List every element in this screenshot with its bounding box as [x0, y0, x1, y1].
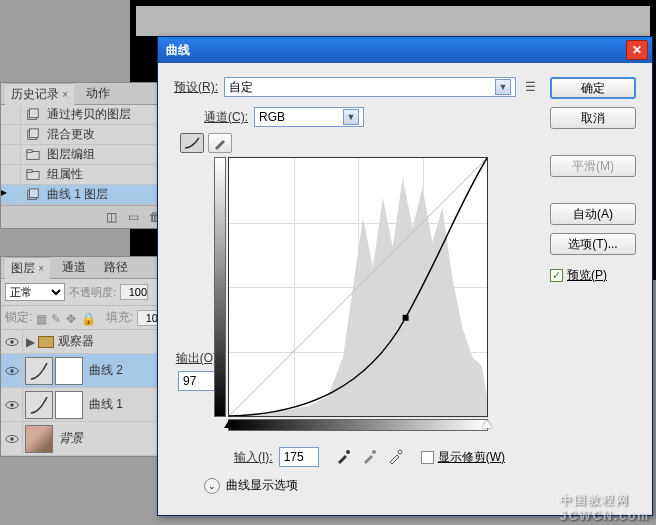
auto-button[interactable]: 自动(A) [550, 203, 636, 225]
dialog-titlebar[interactable]: 曲线 ✕ [158, 37, 652, 63]
lock-paint-icon[interactable]: ✎ [51, 312, 63, 324]
white-eyedropper-icon[interactable] [387, 449, 403, 465]
options-button[interactable]: 选项(T)... [550, 233, 636, 255]
curve-point-tool[interactable] [180, 133, 204, 153]
lock-all-icon[interactable]: 🔒 [81, 312, 93, 324]
layer-icon [21, 108, 45, 122]
lock-transparency-icon[interactable]: ▦ [36, 312, 48, 324]
history-item[interactable]: 通过拷贝的图层 [1, 105, 169, 125]
svg-rect-7 [27, 169, 32, 172]
snapshot-icon[interactable]: ◫ [103, 209, 119, 225]
preset-label: 预设(R): [174, 79, 218, 96]
expand-arrow-icon[interactable]: ▶ [23, 335, 38, 349]
channel-select[interactable]: RGB ▼ [254, 107, 364, 127]
blend-mode-select[interactable]: 正常 [5, 283, 65, 301]
close-button[interactable]: ✕ [626, 40, 648, 60]
history-panel: 历史记录 × 动作 通过拷贝的图层 混合更改 图层编组 组属性 ▸ 曲线 1 图… [0, 82, 170, 229]
show-clipping-checkbox[interactable] [421, 451, 434, 464]
white-point-slider[interactable] [482, 420, 492, 428]
layer-row[interactable]: 背景 [1, 422, 169, 456]
mask-thumb[interactable] [55, 357, 83, 385]
new-doc-icon[interactable]: ▭ [125, 209, 141, 225]
layers-panel: 图层 × 通道 路径 正常 不透明度: 锁定: ▦ ✎ ✥ 🔒 填充: ▶ 观察… [0, 256, 170, 457]
dialog-title: 曲线 [162, 42, 626, 59]
expand-options-icon[interactable]: ⌄ [204, 478, 220, 494]
svg-point-11 [10, 340, 14, 344]
layer-group[interactable]: ▶ 观察器 [1, 330, 169, 354]
baseline [229, 158, 487, 416]
image-thumb[interactable] [25, 425, 53, 453]
watermark: 中国教程网 JCWCN.com [560, 492, 650, 523]
input-gradient [228, 419, 488, 431]
lock-move-icon[interactable]: ✥ [66, 312, 78, 324]
adjustment-thumb[interactable] [25, 357, 53, 385]
history-item[interactable]: 图层编组 [1, 145, 169, 165]
opacity-input[interactable] [120, 284, 148, 300]
layer-icon [21, 128, 45, 142]
tab-paths[interactable]: 路径 [98, 257, 134, 278]
input-input[interactable] [279, 447, 319, 467]
folder-icon [21, 168, 45, 182]
smooth-button: 平滑(M) [550, 155, 636, 177]
channel-label: 通道(C): [204, 109, 248, 126]
curve-control-point[interactable] [403, 315, 409, 321]
preview-label: 预览(P) [567, 267, 607, 284]
black-point-slider[interactable] [224, 420, 234, 428]
visibility-icon[interactable] [5, 366, 19, 376]
visibility-icon[interactable] [5, 400, 19, 410]
dropdown-arrow-icon: ▼ [343, 109, 359, 125]
adjustment-thumb[interactable] [25, 391, 53, 419]
svg-point-17 [10, 437, 14, 441]
svg-point-19 [346, 450, 350, 454]
mask-thumb[interactable] [55, 391, 83, 419]
ok-button[interactable]: 确定 [550, 77, 636, 99]
svg-rect-3 [30, 128, 39, 137]
svg-point-20 [372, 450, 376, 454]
layer-icon [21, 188, 45, 202]
curve-display-options-label: 曲线显示选项 [226, 477, 298, 494]
svg-rect-9 [30, 188, 39, 197]
layer-row[interactable]: 曲线 2 [1, 354, 169, 388]
dropdown-arrow-icon: ▼ [495, 79, 511, 95]
preset-menu-icon[interactable]: ☰ [522, 80, 538, 94]
fill-label: 填充: [106, 309, 133, 326]
black-eyedropper-icon[interactable] [335, 449, 351, 465]
tab-channels[interactable]: 通道 [56, 257, 92, 278]
cancel-button[interactable]: 取消 [550, 107, 636, 129]
history-item[interactable]: 组属性 [1, 165, 169, 185]
svg-point-21 [398, 450, 402, 454]
output-gradient [214, 157, 226, 417]
opacity-label: 不透明度: [69, 285, 116, 300]
show-clipping-label: 显示修剪(W) [438, 449, 505, 466]
curve-pencil-tool[interactable] [208, 133, 232, 153]
layer-row[interactable]: 曲线 1 [1, 388, 169, 422]
preview-checkbox[interactable]: ✓ [550, 269, 563, 282]
visibility-icon[interactable] [5, 337, 19, 347]
tab-history[interactable]: 历史记录 × [5, 83, 74, 105]
output-input[interactable] [178, 371, 218, 391]
tab-layers[interactable]: 图层 × [5, 257, 50, 279]
gray-eyedropper-icon[interactable] [361, 449, 377, 465]
tab-actions[interactable]: 动作 [80, 83, 116, 104]
folder-icon [38, 336, 54, 348]
history-item[interactable]: ▸ 曲线 1 图层 [1, 185, 169, 205]
svg-rect-5 [27, 149, 32, 152]
curves-dialog: 曲线 ✕ 预设(R): 自定 ▼ ☰ 通道(C): RGB ▼ [157, 36, 653, 516]
folder-icon [21, 148, 45, 162]
svg-point-13 [10, 369, 14, 373]
curve-graph[interactable] [228, 157, 488, 431]
preset-select[interactable]: 自定 ▼ [224, 77, 516, 97]
visibility-icon[interactable] [5, 434, 19, 444]
svg-rect-1 [30, 108, 39, 117]
svg-point-15 [10, 403, 14, 407]
history-item[interactable]: 混合更改 [1, 125, 169, 145]
history-list: 通过拷贝的图层 混合更改 图层编组 组属性 ▸ 曲线 1 图层 [1, 105, 169, 205]
lock-label: 锁定: [5, 309, 32, 326]
input-label: 输入(I): [234, 449, 273, 466]
